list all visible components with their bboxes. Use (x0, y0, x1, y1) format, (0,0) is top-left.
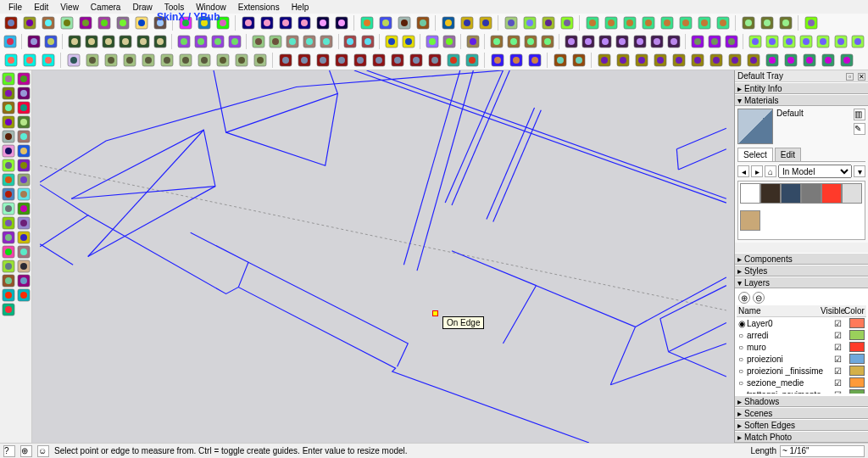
toolbar-save-icon[interactable] (77, 14, 94, 31)
material-display-pane-icon[interactable]: ▥ (854, 109, 865, 120)
toolbar-globe-icon[interactable] (803, 14, 820, 31)
layer-visible-checkbox[interactable]: ☑ (826, 390, 849, 394)
toolbar-dl1-icon[interactable] (342, 33, 358, 50)
toolbar-grid5-icon[interactable] (632, 33, 648, 50)
tray-pin-icon[interactable]: ▫ (846, 73, 854, 81)
toolbar-blue2-icon[interactable] (508, 52, 525, 69)
toolbar-coffee1-icon[interactable] (384, 33, 399, 50)
toolbar-tex2-icon[interactable] (615, 52, 632, 69)
toolbar-blue1-icon[interactable] (489, 52, 506, 69)
tool-lasso-icon[interactable] (17, 72, 31, 86)
layer-current-radio[interactable]: ○ (738, 331, 747, 340)
tool-pushpull-icon[interactable] (2, 187, 15, 201)
toolbar-grid7-icon[interactable] (666, 33, 682, 50)
material-swatch[interactable] (781, 183, 801, 204)
layer-color-swatch[interactable] (849, 377, 865, 388)
toolbar-sec3-icon[interactable] (724, 33, 739, 50)
section-styles[interactable]: ▸Styles (735, 265, 868, 276)
tool-line-icon[interactable] (2, 101, 15, 114)
material-preview[interactable] (737, 109, 773, 144)
menu-camera[interactable]: Camera (86, 2, 126, 13)
material-swatch[interactable] (740, 183, 760, 204)
toolbar-pull-icon[interactable] (442, 33, 457, 50)
model-canvas[interactable] (32, 70, 734, 443)
tool-pan-icon[interactable] (17, 245, 31, 259)
toolbar-grid3-icon[interactable] (598, 33, 613, 50)
tool-plugin3-icon[interactable] (2, 303, 15, 316)
tool-move-icon[interactable] (2, 159, 15, 172)
toolbar-arr8-icon[interactable] (408, 52, 425, 69)
layer-name[interactable]: proiezioni (747, 355, 826, 364)
layers-header-color[interactable]: Color (844, 306, 865, 316)
toolbar-win2-icon[interactable] (506, 33, 521, 50)
toolbar-cube-c-icon[interactable] (101, 33, 116, 50)
toolbar-b-icon[interactable] (103, 52, 120, 69)
toolbar-arr5-icon[interactable] (352, 52, 369, 69)
toolbar-win3-icon[interactable] (523, 33, 538, 50)
material-swatch[interactable] (821, 183, 842, 204)
toolbar-arr2-icon[interactable] (296, 52, 313, 69)
toolbar-tex1-icon[interactable] (596, 52, 613, 69)
toolbar-out1-icon[interactable] (748, 33, 763, 50)
layer-row[interactable]: ○ tratteggi_pavimento ☑ (737, 388, 866, 394)
layer-color-swatch[interactable] (849, 342, 865, 352)
toolbar-tex11-icon[interactable] (782, 52, 799, 69)
tool-look-icon[interactable] (17, 274, 31, 288)
toolbar-tex4-icon[interactable] (652, 52, 669, 69)
toolbar-a-icon[interactable] (84, 52, 101, 69)
material-swatch[interactable] (842, 183, 862, 204)
toolbar-cube4-icon[interactable] (296, 14, 313, 31)
toolbar-xray-icon[interactable] (465, 33, 481, 50)
layer-row[interactable]: ○ muro ☑ (737, 341, 866, 353)
section-shadows[interactable]: ▸Shadows (735, 395, 868, 407)
material-create-icon[interactable]: ✎ (854, 123, 865, 135)
toolbar-stamp1-icon[interactable] (740, 14, 757, 31)
layer-row[interactable]: ○ arredi ☑ (737, 329, 866, 341)
toolbar-tex13-icon[interactable] (820, 52, 837, 69)
toolbar-red-dot-icon[interactable] (65, 52, 82, 69)
tool-rotate-icon[interactable] (17, 159, 31, 172)
toolbar-box2-icon[interactable] (559, 14, 576, 31)
layer-visible-checkbox[interactable]: ☑ (826, 355, 849, 364)
tool-plugin1-icon[interactable] (2, 288, 15, 302)
layer-color-swatch[interactable] (849, 318, 865, 328)
toolbar-cube2-icon[interactable] (259, 14, 275, 31)
layer-visible-checkbox[interactable]: ☑ (826, 331, 849, 340)
toolbar-j-icon[interactable] (252, 52, 269, 69)
toolbar-comp3-icon[interactable] (40, 52, 57, 69)
toolbar-book8-icon[interactable] (715, 14, 732, 31)
toolbar-redo-icon[interactable] (21, 14, 38, 31)
layer-current-radio[interactable]: ○ (738, 366, 747, 376)
materials-tab-edit[interactable]: Edit (775, 148, 801, 161)
toolbar-i-icon[interactable] (233, 52, 250, 69)
toolbar-arr7-icon[interactable] (389, 52, 406, 69)
toolbar-grid2-icon[interactable] (581, 33, 596, 50)
toolbar-grid1-icon[interactable] (564, 33, 579, 50)
toolbar-grid4-icon[interactable] (615, 33, 630, 50)
tool-circle-icon[interactable] (17, 115, 31, 129)
layer-visible-checkbox[interactable]: ☑ (826, 343, 849, 352)
section-components[interactable]: ▸Components (735, 253, 868, 265)
layer-color-swatch[interactable] (849, 366, 865, 376)
toolbar-cube-b-icon[interactable] (84, 33, 99, 50)
tool-text-icon[interactable] (17, 216, 31, 230)
tool-axes-icon[interactable] (2, 231, 15, 244)
toolbar-dl2-icon[interactable] (360, 33, 376, 50)
tool-offset-icon[interactable] (17, 173, 31, 187)
toolbar-h-icon[interactable] (214, 52, 231, 69)
layer-current-radio[interactable]: ○ (738, 343, 747, 352)
materials-library-dropdown[interactable]: In Model (778, 165, 852, 178)
toolbar-d-icon[interactable] (140, 52, 157, 69)
layer-current-radio[interactable]: ◉ (738, 319, 747, 328)
material-swatch[interactable] (760, 183, 781, 204)
tool-walk-icon[interactable] (2, 274, 15, 288)
status-help-icon[interactable]: ? (3, 445, 15, 457)
toolbar-f-icon[interactable] (177, 52, 194, 69)
toolbar-arr9-icon[interactable] (426, 52, 443, 69)
layer-row[interactable]: ○ proiezioni ☑ (737, 353, 866, 365)
tray-close-icon[interactable]: ✕ (858, 73, 865, 81)
layer-current-radio[interactable]: ○ (738, 390, 747, 394)
toolbar-comp1-icon[interactable] (3, 52, 19, 69)
toolbar-book4-icon[interactable] (640, 14, 657, 31)
toolbar-pencil-icon[interactable] (377, 14, 394, 31)
